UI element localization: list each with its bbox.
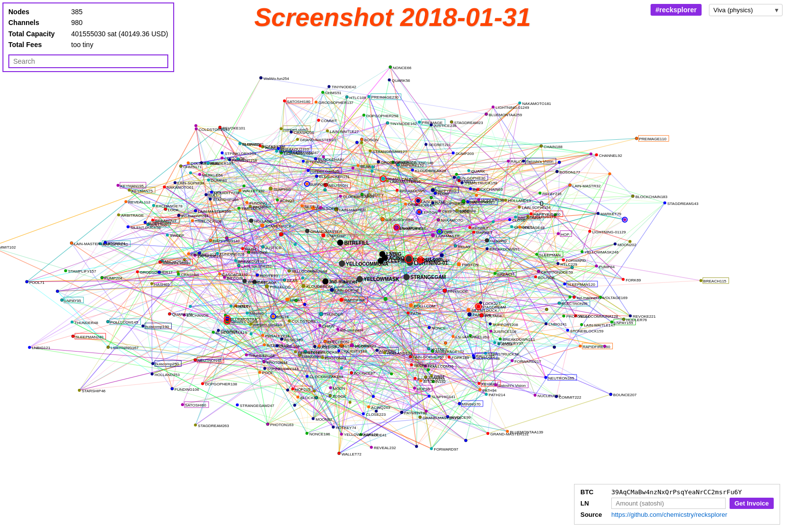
donation-panel: BTC 39AqCMaBw4nzNxQrPsqYeaNrCC2msrFu6Y L… bbox=[574, 484, 780, 525]
network-graph[interactable] bbox=[0, 0, 785, 532]
fees-value: too tiny bbox=[71, 39, 93, 50]
info-panel: Nodes 385 Channels 980 Total Capacity 40… bbox=[2, 2, 174, 72]
capacity-label: Total Capacity bbox=[8, 28, 67, 39]
source-link[interactable]: https://github.com/chemicstry/recksplore… bbox=[611, 511, 727, 518]
layout-selector-wrapper[interactable]: Viva (physics)Force-directedCircularGrid… bbox=[709, 4, 783, 16]
fees-label: Total Fees bbox=[8, 39, 67, 50]
btc-address: 39AqCMaBw4nzNxQrPsqYeaNrCC2msrFu6Y bbox=[611, 488, 742, 496]
channels-value: 980 bbox=[71, 17, 82, 28]
nodes-label: Nodes bbox=[8, 6, 67, 17]
source-label: Source bbox=[580, 511, 607, 518]
ln-amount-input[interactable] bbox=[611, 498, 726, 509]
hashtag-badge: #recksplorer bbox=[651, 4, 702, 16]
search-input[interactable] bbox=[8, 54, 168, 68]
layout-select[interactable]: Viva (physics)Force-directedCircularGrid bbox=[709, 4, 783, 16]
btc-label: BTC bbox=[580, 488, 607, 496]
nodes-value: 385 bbox=[71, 6, 82, 17]
page-title: Screenshot 2018-01-31 bbox=[254, 2, 531, 32]
channels-label: Channels bbox=[8, 17, 67, 28]
get-invoice-button[interactable]: Get Invoice bbox=[730, 498, 774, 509]
capacity-value: 401555030 sat (40149.36 USD) bbox=[71, 28, 168, 39]
ln-label: LN bbox=[580, 500, 607, 507]
